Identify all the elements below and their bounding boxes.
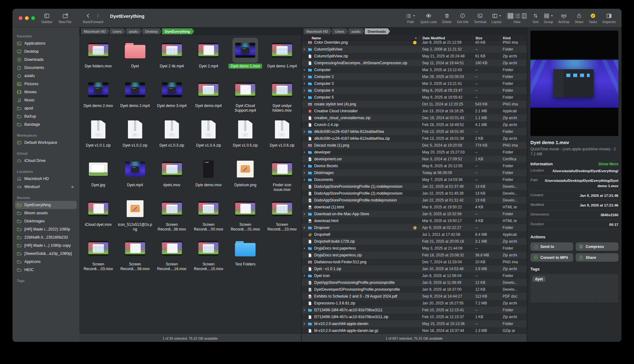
toolbar-button[interactable]: Quick Look: [420, 12, 437, 24]
grid-file-item[interactable]: Dyet v1.0.5.zip: [227, 115, 264, 155]
breadcrumb-item[interactable]: asiafu: [349, 28, 364, 34]
file-row[interactable]: Device Bezels May 6, 2025 at 20:12:55 --…: [302, 163, 527, 169]
breadcrumb-item[interactable]: Users: [332, 28, 348, 34]
grid-file-item[interactable]: Screen Recordi....03.mov: [80, 234, 117, 274]
sidebar-item[interactable]: Documents: [15, 64, 77, 72]
grid-file-item[interactable]: Dyet v1.0.3.zip: [154, 115, 190, 155]
close-button[interactable]: [19, 16, 22, 20]
file-row[interactable]: Computer 5 May 9, 2025 at 19:55:42 -- Fo…: [302, 94, 527, 101]
file-row[interactable]: Crunch-2.4.zip Feb 28, 2025 at 18:49:52 …: [302, 121, 527, 128]
sidebar-item[interactable]: [SweetSub&...a10p_1080p]: [15, 250, 77, 258]
file-row[interactable]: Dropshelf-build-1729.zip Feb 21, 2025 at…: [302, 238, 527, 245]
file-row[interactable]: DodoAppStoreProvisioningProfile (2).mobi…: [302, 190, 527, 197]
toolbar-button[interactable]: Sort: [533, 12, 539, 24]
sidebar-item[interactable]: Desktop: [15, 47, 77, 56]
grid-file-item[interactable]: Dyet demo 2.mp4: [117, 75, 154, 115]
file-row[interactable]: Exhibits to Schedule 2 and 3 - 29 August…: [302, 293, 527, 300]
grid-file-item[interactable]: Screen Recordi....23.mov: [264, 194, 300, 234]
sidebar-item[interactable]: iCloud Drive: [15, 157, 77, 165]
toolbar-button[interactable]: Path: [406, 12, 415, 24]
file-row[interactable]: Computer 3 Mar 3, 2025 at 13:21:41 -- Fo…: [302, 80, 527, 87]
file-row[interactable]: fd-v10.2.0-aarch64-apple-darwin.tar.gz N…: [302, 327, 527, 334]
file-row[interactable]: Dropover Apr 9, 2025 at 02:22:27 -- Fold…: [302, 224, 527, 231]
file-row[interactable]: Dropshelf Jul 1, 2021 at 17:42:08 8.4 MB…: [302, 231, 527, 238]
toolbar-button[interactable]: Group: [544, 12, 553, 24]
breadcrumb-item[interactable]: DyetEverything: [162, 28, 194, 34]
grid-file-item[interactable]: Test Folders: [227, 234, 264, 274]
disclosure-chevron-icon[interactable]: [304, 309, 308, 311]
sidebar-item[interactable]: Recents: [15, 195, 77, 201]
file-row[interactable]: developer May 20, 2025 at 15:27:03 -- Fo…: [302, 149, 527, 156]
sidebar-toggle-button[interactable]: Sidebar: [41, 12, 52, 24]
sidebar-item[interactable]: Pictures: [15, 80, 77, 88]
disclosure-chevron-icon[interactable]: [304, 213, 308, 215]
file-row[interactable]: Computer Mar 3, 2025 at 13:12:43 -- Fold…: [302, 66, 527, 73]
sidebar-item[interactable]: Locations: [15, 168, 77, 175]
file-row[interactable]: d6c8c590-cc26-4167-b64a-812eafda40ea.zip…: [302, 135, 527, 142]
minimize-button[interactable]: [25, 16, 29, 20]
grid-file-item[interactable]: Dyet demo 1.mp4: [264, 36, 300, 75]
video-preview[interactable]: [530, 31, 618, 136]
sidebar-item[interactable]: Movies: [15, 88, 77, 96]
back-forward-control[interactable]: Back/Forward: [83, 12, 103, 24]
grid-file-item[interactable]: icon_512x512@2x.png: [117, 194, 154, 234]
sidebar-item[interactable]: [HR] Made i...2022) 1080p: [15, 225, 77, 233]
sidebar-item[interactable]: DyetEverything: [15, 201, 77, 209]
toolbar-button[interactable]: Layout: [491, 12, 501, 24]
file-row[interactable]: DryjaDocs test.paperless May 3, 2025 at …: [302, 245, 527, 252]
disclosure-chevron-icon[interactable]: [304, 76, 308, 78]
breadcrumb-item[interactable]: asiafu: [126, 28, 142, 34]
breadcrumb-item[interactable]: Macintosh HD: [81, 28, 110, 34]
grid-file-item[interactable]: Dyet.jpg: [80, 155, 117, 194]
file-row[interactable]: CompressingAndDecompre...ithStreamCompre…: [302, 60, 527, 66]
disclosure-chevron-icon[interactable]: [304, 275, 308, 277]
file-row[interactable]: Color Overrides.png Jan 9, 2025 at 21:12…: [302, 41, 527, 46]
grid-file-item[interactable]: Dyet 2.mp4: [190, 36, 227, 75]
toolbar-button[interactable]: Tasks: [589, 12, 597, 24]
breadcrumb-item[interactable]: Macintosh HD: [304, 28, 332, 34]
grid-file-item[interactable]: Screen Recordi....16.mov: [154, 234, 190, 274]
sidebar-item[interactable]: HEIC: [15, 266, 77, 274]
grid-file-item[interactable]: Dyet: [117, 36, 154, 75]
grid-file-item[interactable]: Dyet v1.0.4.zip: [190, 115, 227, 155]
file-row[interactable]: f2713499-18f4-457c-ac10-91b708ce3111.zip…: [302, 313, 527, 320]
grid-file-item[interactable]: Dyet demo 2.mov: [80, 75, 117, 115]
file-row[interactable]: DryjaDocs test.paperless.zip Feb 18, 202…: [302, 252, 527, 259]
file-row[interactable]: DodoAppStoreProvisioningProfile (1).mobi…: [302, 183, 527, 190]
file-row[interactable]: Creative Cloud Uninstaller Jun 13, 2019 …: [302, 108, 527, 114]
breadcrumb-item[interactable]: Desktop: [142, 28, 162, 34]
disclosure-chevron-icon[interactable]: [304, 247, 308, 249]
sidebar-item[interactable]: 22bf4af8-3...235160b233: [15, 233, 77, 241]
grid-file-item[interactable]: Screen Recordi....56.mov: [117, 234, 154, 274]
breadcrumb-item[interactable]: Users: [110, 28, 126, 34]
file-row[interactable]: ColumnSplitView Sep 2, 2009 at 11:21:32 …: [302, 46, 527, 53]
file-row[interactable]: development.cer Nov 3, 2024 at 17:09:52 …: [302, 156, 527, 163]
grid-file-item[interactable]: Screen Recordi...38.mov: [154, 194, 190, 234]
sidebar-item[interactable]: [HR] Made i...) 1080p copy: [15, 241, 77, 250]
disclosure-chevron-icon[interactable]: [304, 83, 308, 85]
file-row[interactable]: create stylish text (4).png Oct 11, 2024…: [302, 101, 527, 108]
grid-file-item[interactable]: iCloud dyet.mov: [80, 194, 117, 234]
file-row[interactable]: download.html Mar 8, 2025 at 19:50:17 4 …: [302, 217, 527, 224]
disclosure-chevron-icon[interactable]: [304, 151, 308, 153]
column-header-date[interactable]: Date Modified: [420, 35, 473, 41]
sidebar-item[interactable]: Downloads: [15, 56, 77, 64]
file-row[interactable]: Computer 4 May 8, 2025 at 05:23:47 -- Fo…: [302, 87, 527, 94]
sidebar-item[interactable]: Default Workspace: [15, 138, 77, 147]
grid-file-item[interactable]: Dyet v1.0.6.zip: [264, 115, 300, 155]
toolbar-button[interactable]: Terminal: [474, 12, 486, 24]
sidebar-item[interactable]: DiskImages: [15, 217, 77, 225]
new-file-button[interactable]: New File: [59, 12, 71, 24]
disclosure-chevron-icon[interactable]: [304, 227, 308, 229]
grid-file-item[interactable]: Dyet demo 3.mp4: [154, 75, 190, 115]
file-row[interactable]: d6c8c590-cc26-4167-b64a-812eafda40ea Feb…: [302, 128, 527, 135]
toolbar-button[interactable]: Inspector: [602, 12, 616, 24]
file-row[interactable]: DiskImages Today at 08:39:09 -- Folder: [302, 169, 527, 176]
file-row[interactable]: Documents May 7, 2025 at 14:03:36 -- Fol…: [302, 176, 527, 183]
action-button[interactable]: Share: [576, 253, 618, 262]
grid-file-item[interactable]: Dyet.mp4: [117, 155, 154, 194]
grid-file-item[interactable]: dyets.mov: [154, 155, 190, 194]
file-row[interactable]: DodoAppStoreProvisioningProfile.mobilepr…: [302, 197, 527, 204]
sidebar-item[interactable]: Favorites: [15, 33, 77, 39]
grid-file-item[interactable]: Dyet demo 1.mov: [227, 36, 264, 75]
